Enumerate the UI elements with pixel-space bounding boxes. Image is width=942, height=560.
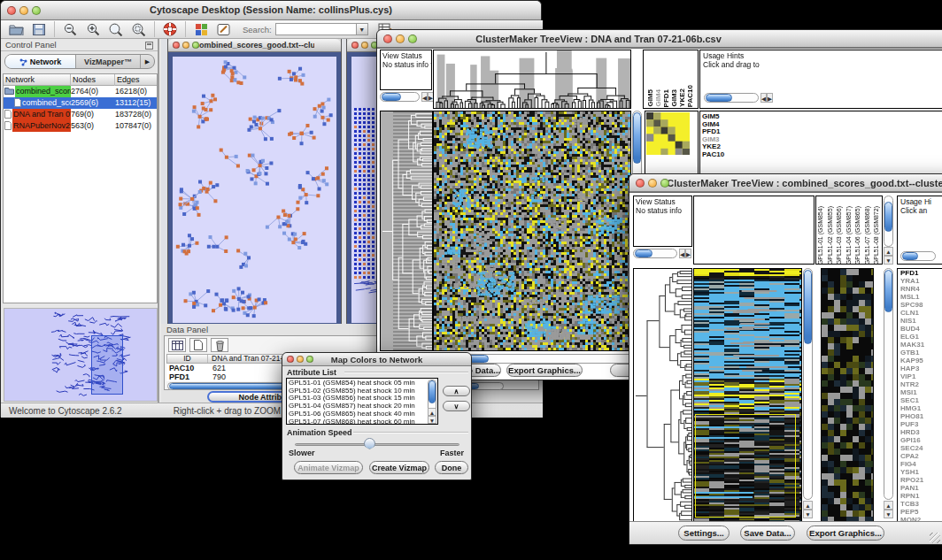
tv2-settings-button[interactable]: Settings... [678,525,730,541]
gene-label[interactable]: PAN1 [900,484,942,492]
zoom-window-button[interactable] [408,35,417,43]
dialog-titlebar[interactable]: Map Colors to Network [282,353,471,366]
tv2-zoom-vscrollbar[interactable] [884,268,893,500]
close-button[interactable] [351,42,359,49]
tv1-hints-scrollbar[interactable] [704,93,759,103]
gene-label[interactable]: HAP3 [900,364,942,372]
tv2-labels-vscrollbar[interactable] [884,196,893,247]
tv1-export-graphics-button[interactable]: Export Graphics... [506,364,583,377]
help-lifebuoy-button[interactable] [158,20,181,39]
treeview1-titlebar[interactable]: ClusterMaker TreeView : DNA and Tran 07-… [377,30,942,48]
gene-label[interactable]: PHO81 [900,412,942,420]
gene-label[interactable]: SEC24 [900,444,942,452]
animate-vizmap-button[interactable]: Animate Vizmap [294,461,363,474]
minimize-button[interactable] [648,179,657,188]
network-table-header[interactable]: NetworkNodesEdges [4,74,157,86]
gene-label[interactable]: SPC98 [900,301,942,309]
gene-label[interactable]: RNR4 [900,285,942,293]
new-attribute-button[interactable] [189,338,207,352]
minimize-button[interactable] [361,42,368,49]
gene-label[interactable]: GPI16 [900,436,942,444]
main-titlebar[interactable]: Cytoscape Desktop (Session Name: collins… [1,1,541,20]
gene-label[interactable]: KAP95 [900,357,942,364]
scroll-left-arrow[interactable]: ◀ [421,92,428,102]
gene-label[interactable]: SEC1 [900,396,942,404]
scroll-down-arrow[interactable]: ▼ [803,510,813,518]
tv2-export-graphics-button[interactable]: Export Graphics... [807,525,884,541]
minimize-button[interactable] [396,35,405,43]
gene-label[interactable]: MAK31 [900,341,942,349]
zoom-fit-button[interactable] [104,20,127,39]
gene-label[interactable]: NTR2 [900,380,942,388]
tv1-heatmap[interactable] [433,111,631,351]
scroll-right-arrow[interactable]: ▶ [685,249,691,258]
tv2-status-scrollbar[interactable] [633,249,677,258]
gene-label[interactable]: TCB3 [900,500,942,508]
tv2-zoom-heatmap[interactable] [821,268,874,523]
minimize-button[interactable] [19,6,28,15]
search-input[interactable] [275,23,357,35]
scroll-left-arrow[interactable]: ◀ [679,249,685,258]
zoom-window-button[interactable] [32,6,41,15]
close-button[interactable] [173,42,180,49]
scroll-left-arrow[interactable]: ◀ [761,93,767,103]
tv2-save-data-button[interactable]: Save Data... [740,525,795,541]
tab-overflow-button[interactable]: ▶ [140,55,154,68]
close-button[interactable] [383,35,392,43]
minimize-button[interactable] [182,42,189,49]
tab-network[interactable]: Network [5,55,76,68]
open-file-button[interactable] [4,20,27,39]
gene-label[interactable]: PFD1 [900,269,942,277]
vizmapper-icon-button[interactable] [189,20,212,39]
gene-label[interactable]: BUD4 [900,325,942,333]
scroll-up-arrow[interactable]: ▲ [803,501,813,510]
tv2-row-dendrogram[interactable] [633,268,692,523]
gene-label[interactable]: MSL1 [900,293,942,301]
move-down-button[interactable]: ∨ [443,401,470,411]
tv1-status-scrollbar[interactable] [380,92,420,102]
zoom-window-button[interactable] [192,42,199,49]
gene-label[interactable]: ELG1 [900,333,942,341]
gene-label[interactable]: FIG4 [900,460,942,468]
network-canvas[interactable] [173,57,336,323]
gene-label[interactable]: GTB1 [900,349,942,357]
gene-label[interactable]: RPO21 [900,476,942,484]
delete-attribute-trash-button[interactable] [211,338,228,352]
float-panel-icon[interactable] [145,37,153,53]
search-dropdown-arrow[interactable]: ▼ [357,23,368,35]
resize-grip[interactable] [930,533,940,543]
network-row-combined-scores[interactable]: combined_scores_2764(0)16218(0) [4,86,157,97]
treeview2-titlebar[interactable]: ClusterMaker TreeView : combined_scores_… [629,174,942,192]
zoom-in-button[interactable] [81,20,104,39]
gene-label[interactable]: YSH1 [900,468,942,476]
tv1-correlation-matrix[interactable] [646,112,690,155]
gene-label[interactable]: PUF3 [900,420,942,428]
zoom-out-button[interactable] [58,20,81,39]
scroll-down-arrow[interactable]: ▼ [428,416,436,424]
zoom-window-button[interactable] [306,356,313,363]
tv2-heatmap-vscrollbar[interactable] [803,268,813,500]
tv1-row-dendrogram[interactable] [380,111,433,351]
close-button[interactable] [287,356,294,363]
tv2-column-dendrogram[interactable] [693,196,815,265]
zoom-selected-button[interactable] [127,20,151,39]
tv2-hints-scrollbar[interactable] [900,251,936,261]
minimize-button[interactable] [297,356,304,363]
network1-titlebar[interactable]: combined_scores_good.txt--cluste... [168,39,341,52]
network-row-rnapuber[interactable]: RNAPuberNov2+563(0)107847(0) [4,120,157,132]
done-button[interactable]: Done [435,461,468,474]
scroll-up-arrow[interactable]: ▲ [884,501,893,510]
gene-label[interactable]: CPA2 [900,452,942,460]
gene-label[interactable]: MSI1 [900,388,942,396]
select-attributes-button[interactable] [168,338,186,352]
network-row-selected[interactable]: combined_sco2569(6)13112(15) [4,97,157,109]
scroll-down-arrow[interactable]: ▼ [884,256,893,265]
zoom-window-button[interactable] [660,179,669,188]
scroll-up-arrow[interactable]: ▲ [884,247,893,256]
animation-speed-slider-thumb[interactable] [364,438,375,449]
network-row-dna-tran[interactable]: DNA and Tran 07769(0)183728(0) [4,109,157,120]
gene-label[interactable]: CLN1 [900,309,942,317]
move-up-button[interactable]: ∧ [443,386,470,396]
gene-label[interactable]: RPN1 [900,492,942,500]
scroll-up-arrow[interactable]: ▲ [428,408,436,416]
